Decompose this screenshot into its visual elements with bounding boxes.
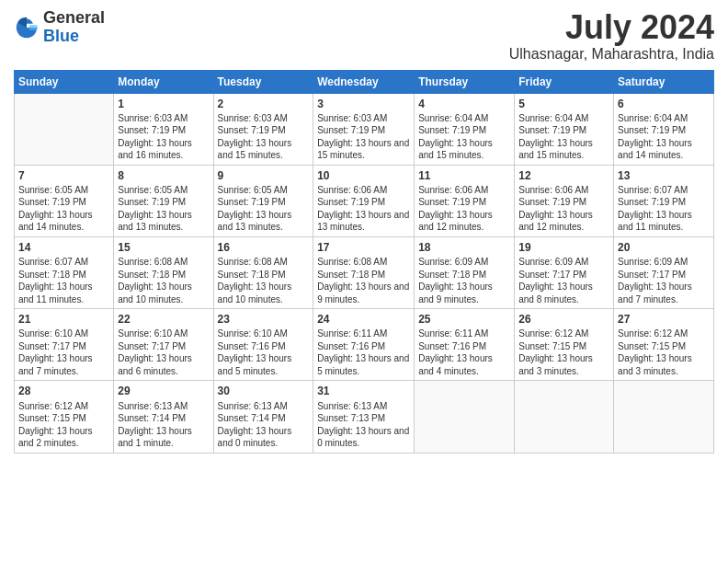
calendar-cell [515, 381, 614, 453]
day-number: 27 [618, 312, 710, 327]
calendar-week-5: 28Sunrise: 6:12 AMSunset: 7:15 PMDayligh… [15, 381, 714, 453]
day-info: Sunrise: 6:09 AMSunset: 7:17 PMDaylight:… [618, 256, 710, 305]
calendar-cell: 10Sunrise: 6:06 AMSunset: 7:19 PMDayligh… [313, 165, 415, 236]
day-info: Sunrise: 6:10 AMSunset: 7:17 PMDaylight:… [18, 327, 109, 377]
header-tuesday: Tuesday [213, 70, 313, 93]
calendar-cell: 23Sunrise: 6:10 AMSunset: 7:16 PMDayligh… [213, 309, 313, 381]
day-info: Sunrise: 6:13 AMSunset: 7:14 PMDaylight:… [218, 400, 310, 450]
day-number: 7 [18, 168, 109, 183]
day-info: Sunrise: 6:04 AMSunset: 7:19 PMDaylight:… [518, 112, 609, 162]
day-info: Sunrise: 6:07 AMSunset: 7:19 PMDaylight:… [618, 184, 710, 234]
calendar-cell [415, 381, 515, 453]
calendar-cell [614, 381, 714, 453]
day-info: Sunrise: 6:13 AMSunset: 7:13 PMDaylight:… [317, 400, 410, 450]
calendar-cell: 25Sunrise: 6:11 AMSunset: 7:16 PMDayligh… [415, 309, 515, 381]
logo-general: General [43, 8, 105, 27]
calendar-cell: 7Sunrise: 6:05 AMSunset: 7:19 PMDaylight… [15, 165, 114, 236]
day-number: 4 [418, 97, 510, 111]
day-info: Sunrise: 6:13 AMSunset: 7:14 PMDaylight:… [118, 400, 209, 450]
day-info: Sunrise: 6:12 AMSunset: 7:15 PMDaylight:… [518, 327, 609, 377]
header-saturday: Saturday [614, 70, 714, 93]
calendar-body: 1Sunrise: 6:03 AMSunset: 7:19 PMDaylight… [15, 93, 714, 453]
day-number: 18 [418, 240, 510, 255]
day-info: Sunrise: 6:12 AMSunset: 7:15 PMDaylight:… [618, 327, 710, 377]
calendar-cell: 21Sunrise: 6:10 AMSunset: 7:17 PMDayligh… [15, 309, 114, 381]
day-info: Sunrise: 6:06 AMSunset: 7:19 PMDaylight:… [418, 184, 510, 234]
day-info: Sunrise: 6:03 AMSunset: 7:19 PMDaylight:… [218, 112, 310, 162]
day-info: Sunrise: 6:06 AMSunset: 7:19 PMDaylight:… [518, 184, 609, 234]
day-info: Sunrise: 6:03 AMSunset: 7:19 PMDaylight:… [317, 112, 410, 162]
day-number: 13 [618, 168, 710, 183]
day-info: Sunrise: 6:10 AMSunset: 7:17 PMDaylight:… [118, 327, 209, 377]
day-number: 11 [418, 168, 510, 183]
calendar-cell: 13Sunrise: 6:07 AMSunset: 7:19 PMDayligh… [614, 165, 714, 236]
day-number: 9 [218, 168, 310, 183]
day-info: Sunrise: 6:09 AMSunset: 7:18 PMDaylight:… [418, 256, 510, 305]
calendar-cell [15, 93, 114, 165]
header-row: Sunday Monday Tuesday Wednesday Thursday… [15, 70, 714, 93]
calendar-cell: 27Sunrise: 6:12 AMSunset: 7:15 PMDayligh… [614, 309, 714, 381]
day-info: Sunrise: 6:06 AMSunset: 7:19 PMDaylight:… [317, 184, 410, 234]
day-info: Sunrise: 6:08 AMSunset: 7:18 PMDaylight:… [218, 256, 310, 305]
calendar-cell: 4Sunrise: 6:04 AMSunset: 7:19 PMDaylight… [415, 93, 515, 165]
day-info: Sunrise: 6:03 AMSunset: 7:19 PMDaylight:… [118, 112, 209, 162]
day-number: 28 [18, 384, 109, 398]
day-number: 21 [18, 312, 109, 327]
day-number: 16 [218, 240, 310, 255]
day-number: 12 [518, 168, 609, 183]
header-friday: Friday [515, 70, 614, 93]
day-number: 19 [518, 240, 609, 255]
day-number: 20 [618, 240, 710, 255]
calendar-cell: 14Sunrise: 6:07 AMSunset: 7:18 PMDayligh… [15, 236, 114, 308]
calendar-cell: 19Sunrise: 6:09 AMSunset: 7:17 PMDayligh… [515, 236, 614, 308]
day-info: Sunrise: 6:11 AMSunset: 7:16 PMDaylight:… [418, 327, 510, 377]
calendar: Sunday Monday Tuesday Wednesday Thursday… [14, 70, 714, 454]
calendar-cell: 15Sunrise: 6:08 AMSunset: 7:18 PMDayligh… [114, 236, 213, 308]
calendar-week-1: 1Sunrise: 6:03 AMSunset: 7:19 PMDaylight… [15, 93, 714, 165]
calendar-cell: 5Sunrise: 6:04 AMSunset: 7:19 PMDaylight… [515, 93, 614, 165]
day-number: 29 [118, 384, 209, 398]
header-thursday: Thursday [415, 70, 515, 93]
day-number: 3 [317, 97, 410, 111]
day-number: 15 [118, 240, 209, 255]
day-number: 10 [317, 168, 410, 183]
day-info: Sunrise: 6:08 AMSunset: 7:18 PMDaylight:… [317, 256, 410, 305]
calendar-week-2: 7Sunrise: 6:05 AMSunset: 7:19 PMDaylight… [15, 165, 714, 236]
logo: General Blue [14, 9, 105, 46]
calendar-cell: 28Sunrise: 6:12 AMSunset: 7:15 PMDayligh… [15, 381, 114, 453]
calendar-header: Sunday Monday Tuesday Wednesday Thursday… [15, 70, 714, 93]
calendar-cell: 2Sunrise: 6:03 AMSunset: 7:19 PMDaylight… [213, 93, 313, 165]
day-info: Sunrise: 6:05 AMSunset: 7:19 PMDaylight:… [118, 184, 209, 234]
calendar-cell: 16Sunrise: 6:08 AMSunset: 7:18 PMDayligh… [213, 236, 313, 308]
day-info: Sunrise: 6:10 AMSunset: 7:16 PMDaylight:… [218, 327, 310, 377]
header-monday: Monday [114, 70, 213, 93]
header: General Blue July 2024 Ulhasnagar, Mahar… [14, 9, 714, 63]
day-number: 22 [118, 312, 209, 327]
calendar-cell: 18Sunrise: 6:09 AMSunset: 7:18 PMDayligh… [415, 236, 515, 308]
day-info: Sunrise: 6:09 AMSunset: 7:17 PMDaylight:… [518, 256, 609, 305]
day-number: 1 [118, 97, 209, 111]
logo-text: General Blue [43, 9, 105, 46]
day-number: 8 [118, 168, 209, 183]
calendar-cell: 29Sunrise: 6:13 AMSunset: 7:14 PMDayligh… [114, 381, 213, 453]
calendar-week-3: 14Sunrise: 6:07 AMSunset: 7:18 PMDayligh… [15, 236, 714, 308]
day-info: Sunrise: 6:04 AMSunset: 7:19 PMDaylight:… [418, 112, 510, 162]
calendar-cell: 6Sunrise: 6:04 AMSunset: 7:19 PMDaylight… [614, 93, 714, 165]
calendar-cell: 12Sunrise: 6:06 AMSunset: 7:19 PMDayligh… [515, 165, 614, 236]
calendar-cell: 17Sunrise: 6:08 AMSunset: 7:18 PMDayligh… [313, 236, 415, 308]
day-info: Sunrise: 6:11 AMSunset: 7:16 PMDaylight:… [317, 327, 410, 377]
day-info: Sunrise: 6:05 AMSunset: 7:19 PMDaylight:… [18, 184, 109, 234]
logo-blue: Blue [43, 27, 79, 45]
day-info: Sunrise: 6:05 AMSunset: 7:19 PMDaylight:… [218, 184, 310, 234]
day-number: 17 [317, 240, 410, 255]
calendar-cell: 20Sunrise: 6:09 AMSunset: 7:17 PMDayligh… [614, 236, 714, 308]
calendar-cell: 22Sunrise: 6:10 AMSunset: 7:17 PMDayligh… [114, 309, 213, 381]
day-number: 2 [218, 97, 310, 111]
header-wednesday: Wednesday [313, 70, 415, 93]
subtitle: Ulhasnagar, Maharashtra, India [509, 46, 714, 63]
day-number: 14 [18, 240, 109, 255]
day-number: 31 [317, 384, 410, 398]
logo-icon [14, 15, 40, 40]
day-info: Sunrise: 6:08 AMSunset: 7:18 PMDaylight:… [118, 256, 209, 305]
calendar-cell: 24Sunrise: 6:11 AMSunset: 7:16 PMDayligh… [313, 309, 415, 381]
